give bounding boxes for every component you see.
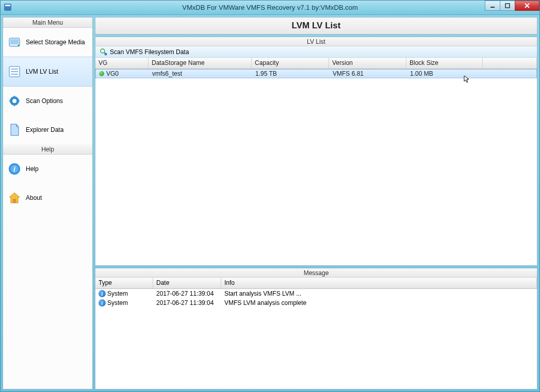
document-icon bbox=[7, 123, 22, 137]
sidebar-item-lvm-list[interactable]: LVM LV List bbox=[3, 57, 92, 87]
svg-point-19 bbox=[105, 53, 107, 55]
lv-list-panel: LV List Scan VMFS Filesystem Data VG Dat… bbox=[95, 37, 537, 266]
sidebar-item-label: Help bbox=[26, 165, 39, 173]
message-row[interactable]: i System 2017-06-27 11:39:04 VMFS LVM an… bbox=[95, 298, 537, 308]
svg-rect-2 bbox=[490, 7, 495, 8]
table-row[interactable]: VG0 vmfs6_test 1.95 TB VMFS 6.81 1.00 MB bbox=[95, 69, 537, 78]
home-icon bbox=[7, 191, 22, 205]
message-panel-title: Message bbox=[95, 268, 537, 278]
cell-type: i System bbox=[95, 289, 153, 298]
scan-icon bbox=[100, 48, 108, 56]
cell-date: 2017-06-27 11:39:04 bbox=[153, 299, 221, 307]
col-header-type[interactable]: Type bbox=[95, 278, 153, 288]
col-header-datastorage[interactable]: DataStorage Name bbox=[149, 58, 252, 69]
sidebar-item-about[interactable]: About bbox=[3, 183, 92, 212]
message-table-body[interactable]: i System 2017-06-27 11:39:04 Start analy… bbox=[95, 289, 537, 389]
sidebar-item-label: LVM LV List bbox=[26, 68, 58, 75]
col-header-date[interactable]: Date bbox=[153, 278, 221, 288]
cell-vg-text: VG0 bbox=[106, 70, 119, 77]
scan-vmfs-button[interactable]: Scan VMFS Filesystem Data bbox=[97, 47, 191, 57]
cell-type-text: System bbox=[107, 299, 128, 306]
close-button[interactable] bbox=[515, 1, 539, 11]
col-header-version[interactable]: Version bbox=[329, 58, 406, 69]
list-icon bbox=[7, 64, 22, 79]
message-panel: Message Type Date Info i System 2017-06-… bbox=[95, 268, 537, 389]
cell-blocksize: 1.00 MB bbox=[407, 70, 483, 78]
sidebar-item-label: Explorer Data bbox=[26, 126, 63, 133]
cell-type-text: System bbox=[107, 290, 128, 297]
main-panel: LVM LV List LV List Scan VMFS Filesystem… bbox=[95, 17, 537, 389]
app-window: VMxDB For VMWare VMFS Recovery v7.1 by:V… bbox=[0, 0, 540, 392]
info-icon: i bbox=[99, 299, 106, 306]
lv-table-body[interactable]: VG0 vmfs6_test 1.95 TB VMFS 6.81 1.00 MB bbox=[95, 69, 537, 265]
status-dot-icon bbox=[99, 71, 104, 76]
cell-vg: VG0 bbox=[96, 70, 149, 78]
sidebar: Main Menu Select Storage Media LVM LV Li… bbox=[3, 17, 93, 389]
scan-button-label: Scan VMFS Filesystem Data bbox=[110, 48, 189, 56]
sidebar-item-scan-options[interactable]: Scan Options bbox=[3, 87, 92, 115]
window-title: VMxDB For VMWare VMFS Recovery v7.1 by:V… bbox=[182, 4, 357, 11]
sidebar-item-select-storage[interactable]: Select Storage Media bbox=[3, 28, 92, 57]
message-row[interactable]: i System 2017-06-27 11:39:04 Start analy… bbox=[95, 289, 537, 298]
cell-capacity: 1.95 TB bbox=[252, 70, 330, 78]
svg-rect-3 bbox=[505, 4, 510, 8]
minimize-button[interactable] bbox=[485, 1, 500, 11]
titlebar[interactable]: VMxDB For VMWare VMFS Recovery v7.1 by:V… bbox=[1, 1, 539, 15]
cell-info: VMFS LVM analysis complete bbox=[221, 299, 537, 307]
help-icon: i bbox=[7, 162, 22, 176]
page-title: LVM LV List bbox=[292, 21, 341, 31]
sidebar-item-explorer-data[interactable]: Explorer Data bbox=[3, 115, 92, 144]
lv-table-header: VG DataStorage Name Capacity Version Blo… bbox=[95, 58, 537, 69]
page-header: LVM LV List bbox=[95, 17, 537, 35]
sidebar-header-main: Main Menu bbox=[3, 18, 92, 28]
sidebar-item-help[interactable]: i Help bbox=[3, 155, 92, 183]
message-table-header: Type Date Info bbox=[95, 278, 537, 289]
svg-rect-16 bbox=[13, 199, 16, 203]
sidebar-item-label: Select Storage Media bbox=[26, 39, 85, 46]
col-header-info[interactable]: Info bbox=[221, 278, 537, 288]
cell-spacer bbox=[483, 73, 536, 74]
info-icon: i bbox=[99, 290, 106, 297]
cell-version: VMFS 6.81 bbox=[330, 70, 407, 78]
cell-type: i System bbox=[95, 299, 153, 307]
lv-toolbar: Scan VMFS Filesystem Data bbox=[95, 46, 537, 58]
svg-point-17 bbox=[101, 49, 105, 53]
sidebar-item-label: About bbox=[26, 194, 42, 201]
svg-point-12 bbox=[12, 99, 17, 103]
col-header-vg[interactable]: VG bbox=[95, 58, 149, 69]
gear-icon bbox=[7, 94, 22, 108]
window-controls bbox=[485, 1, 539, 11]
svg-rect-1 bbox=[5, 5, 10, 6]
lv-panel-title: LV List bbox=[95, 37, 537, 46]
storage-media-icon bbox=[7, 35, 22, 49]
cell-info: Start analysis VMFS LVM ... bbox=[221, 289, 537, 298]
svg-rect-5 bbox=[10, 39, 19, 44]
col-header-spacer bbox=[483, 58, 537, 69]
svg-point-6 bbox=[18, 45, 20, 46]
sidebar-item-label: Scan Options bbox=[26, 97, 63, 105]
cell-date: 2017-06-27 11:39:04 bbox=[153, 289, 221, 298]
maximize-button[interactable] bbox=[500, 1, 515, 11]
app-icon bbox=[4, 3, 12, 11]
sidebar-header-help: Help bbox=[3, 144, 92, 155]
cell-datastorage: vmfs6_test bbox=[149, 70, 252, 78]
svg-text:i: i bbox=[13, 165, 15, 173]
content-area: Main Menu Select Storage Media LVM LV Li… bbox=[1, 15, 539, 391]
col-header-blocksize[interactable]: Block Size bbox=[406, 58, 483, 69]
col-header-capacity[interactable]: Capacity bbox=[252, 58, 329, 69]
